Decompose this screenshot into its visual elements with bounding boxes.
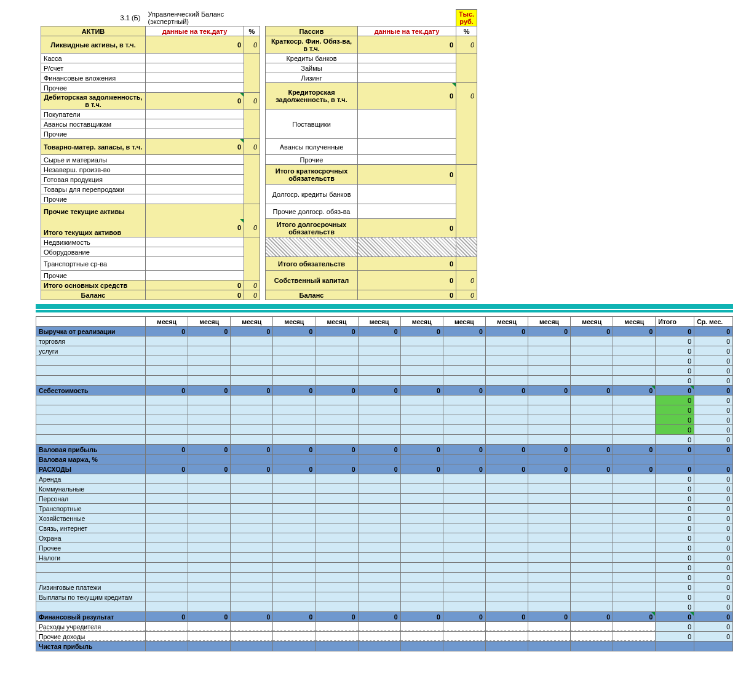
pct-p: % <box>456 26 477 36</box>
passiv-head: Пассив <box>266 26 358 36</box>
section-code: 3.1 (Б) <box>41 10 146 26</box>
asof-p: данные на тек.дату <box>358 26 456 36</box>
balance-table: 3.1 (Б) Управленческий Баланс (экспертны… <box>41 9 477 300</box>
pl-table: месяцмесяцмесяцмесяцмесяцмесяцмесяцмесяц… <box>36 316 733 651</box>
separator <box>36 304 733 309</box>
section-title: Управленческий Баланс (экспертный) <box>146 10 266 26</box>
aktiv-head: АКТИВ <box>41 26 146 36</box>
unit-badge: Тыс. руб. <box>456 10 477 26</box>
asof-a: данные на тек.дату <box>146 26 244 36</box>
pct-a: % <box>244 26 260 36</box>
